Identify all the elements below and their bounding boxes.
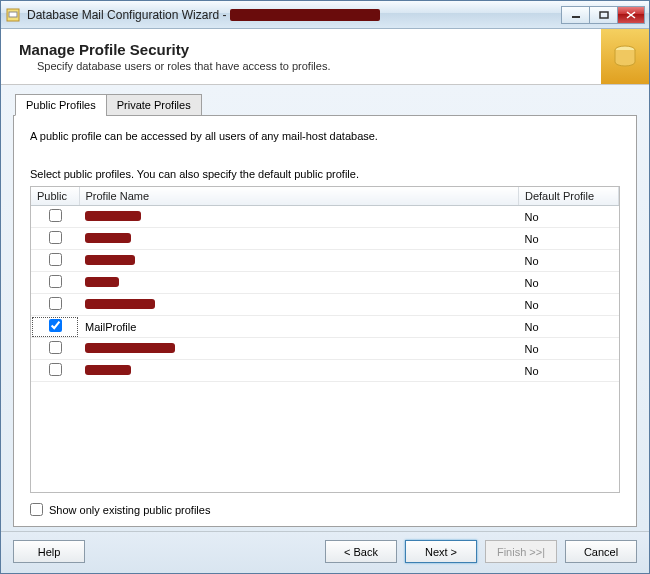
default-profile-cell[interactable]: No bbox=[519, 316, 619, 338]
minimize-button[interactable] bbox=[561, 6, 589, 24]
col-header-public[interactable]: Public bbox=[31, 187, 79, 206]
profile-name-cell[interactable] bbox=[79, 272, 519, 294]
table-row[interactable]: No bbox=[31, 228, 619, 250]
profile-name-cell[interactable] bbox=[79, 294, 519, 316]
public-cell[interactable] bbox=[31, 228, 79, 250]
table-row[interactable]: No bbox=[31, 360, 619, 382]
public-checkbox[interactable] bbox=[49, 341, 62, 354]
wizard-window: Database Mail Configuration Wizard - Man… bbox=[0, 0, 650, 574]
close-button[interactable] bbox=[617, 6, 645, 24]
redacted-text bbox=[85, 233, 131, 243]
table-row[interactable]: No bbox=[31, 272, 619, 294]
svg-rect-1 bbox=[9, 12, 17, 17]
table-row[interactable]: No bbox=[31, 294, 619, 316]
redacted-text bbox=[85, 299, 155, 309]
public-cell[interactable] bbox=[31, 294, 79, 316]
public-checkbox[interactable] bbox=[49, 275, 62, 288]
redacted-text bbox=[85, 277, 119, 287]
maximize-button[interactable] bbox=[589, 6, 617, 24]
col-header-profile-name[interactable]: Profile Name bbox=[79, 187, 519, 206]
button-bar: Help < Back Next > Finish >>| Cancel bbox=[1, 531, 649, 573]
redacted-text bbox=[85, 343, 175, 353]
help-button[interactable]: Help bbox=[13, 540, 85, 563]
profile-name-cell[interactable] bbox=[79, 228, 519, 250]
svg-rect-3 bbox=[600, 12, 608, 18]
titlebar[interactable]: Database Mail Configuration Wizard - bbox=[1, 1, 649, 29]
tab-panel-public: A public profile can be accessed by all … bbox=[13, 115, 637, 527]
profile-name-cell[interactable] bbox=[79, 250, 519, 272]
profile-name-cell[interactable]: MailProfile bbox=[79, 316, 519, 338]
table-row[interactable]: No bbox=[31, 338, 619, 360]
profile-name-cell[interactable] bbox=[79, 206, 519, 228]
content-area: Public Profiles Private Profiles A publi… bbox=[1, 85, 649, 531]
public-checkbox[interactable] bbox=[49, 319, 62, 332]
profiles-table-container[interactable]: Public Profile Name Default Profile NoNo… bbox=[30, 186, 620, 493]
tab-public-profiles[interactable]: Public Profiles bbox=[15, 94, 107, 116]
cancel-button[interactable]: Cancel bbox=[565, 540, 637, 563]
show-only-existing-label: Show only existing public profiles bbox=[49, 504, 210, 516]
next-button[interactable]: Next > bbox=[405, 540, 477, 563]
table-row[interactable]: No bbox=[31, 206, 619, 228]
header-graphic bbox=[601, 29, 649, 84]
page-title: Manage Profile Security bbox=[19, 41, 631, 58]
app-icon bbox=[5, 7, 21, 23]
public-cell[interactable] bbox=[31, 338, 79, 360]
redacted-text bbox=[85, 255, 135, 265]
public-cell[interactable] bbox=[31, 360, 79, 382]
panel-instruction: Select public profiles. You can also spe… bbox=[30, 168, 620, 180]
default-profile-cell[interactable]: No bbox=[519, 228, 619, 250]
profile-name-cell[interactable] bbox=[79, 360, 519, 382]
default-profile-cell[interactable]: No bbox=[519, 206, 619, 228]
redacted-title-suffix bbox=[230, 9, 380, 21]
col-header-default-profile[interactable]: Default Profile bbox=[519, 187, 619, 206]
redacted-text bbox=[85, 365, 131, 375]
public-cell[interactable] bbox=[31, 250, 79, 272]
finish-button[interactable]: Finish >>| bbox=[485, 540, 557, 563]
public-checkbox[interactable] bbox=[49, 253, 62, 266]
public-checkbox[interactable] bbox=[49, 297, 62, 310]
public-cell[interactable] bbox=[31, 316, 79, 338]
panel-description: A public profile can be accessed by all … bbox=[30, 130, 620, 142]
default-profile-cell[interactable]: No bbox=[519, 360, 619, 382]
wizard-header: Manage Profile Security Specify database… bbox=[1, 29, 649, 85]
profiles-table: Public Profile Name Default Profile NoNo… bbox=[31, 187, 619, 382]
default-profile-cell[interactable]: No bbox=[519, 338, 619, 360]
show-only-existing-row[interactable]: Show only existing public profiles bbox=[30, 503, 620, 516]
table-row[interactable]: MailProfileNo bbox=[31, 316, 619, 338]
show-only-existing-checkbox[interactable] bbox=[30, 503, 43, 516]
default-profile-cell[interactable]: No bbox=[519, 272, 619, 294]
table-row[interactable]: No bbox=[31, 250, 619, 272]
public-cell[interactable] bbox=[31, 272, 79, 294]
default-profile-cell[interactable]: No bbox=[519, 250, 619, 272]
public-checkbox[interactable] bbox=[49, 363, 62, 376]
page-subtitle: Specify database users or roles that hav… bbox=[37, 60, 631, 72]
back-button[interactable]: < Back bbox=[325, 540, 397, 563]
default-profile-cell[interactable]: No bbox=[519, 294, 619, 316]
profile-name-cell[interactable] bbox=[79, 338, 519, 360]
window-title: Database Mail Configuration Wizard - bbox=[27, 8, 226, 22]
public-checkbox[interactable] bbox=[49, 209, 62, 222]
tab-private-profiles[interactable]: Private Profiles bbox=[106, 94, 202, 116]
public-cell[interactable] bbox=[31, 206, 79, 228]
tab-strip: Public Profiles Private Profiles bbox=[15, 94, 637, 116]
redacted-text bbox=[85, 211, 141, 221]
window-controls bbox=[561, 6, 645, 24]
public-checkbox[interactable] bbox=[49, 231, 62, 244]
